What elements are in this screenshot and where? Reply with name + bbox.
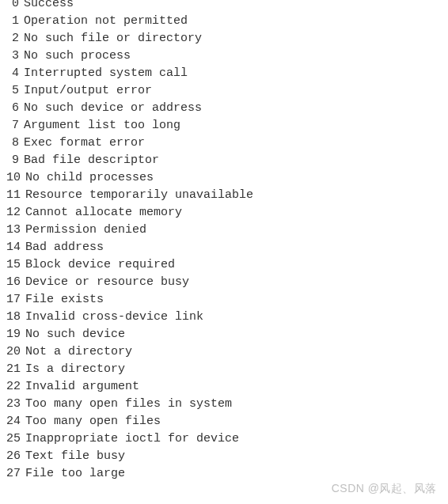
errno-text: Exec format error	[24, 135, 145, 152]
list-item: 20 Not a directory	[6, 343, 442, 361]
errno-text: Interrupted system call	[24, 65, 188, 82]
list-item: 13 Permission denied	[6, 222, 442, 239]
errno-number: 5	[6, 82, 24, 100]
errno-number: 14	[6, 239, 25, 256]
errno-text: Inappropriate ioctl for device	[25, 430, 239, 448]
list-item: 18 Invalid cross-device link	[6, 309, 442, 326]
list-item: 17 File exists	[6, 291, 442, 309]
errno-number: 11	[6, 187, 25, 204]
errno-number: 27	[6, 465, 25, 483]
errno-text: Cannot allocate memory	[25, 204, 182, 222]
errno-number: 17	[6, 291, 25, 309]
errno-number: 15	[6, 256, 25, 274]
errno-text: Operation not permitted	[24, 13, 188, 30]
errno-text: No such device or address	[24, 100, 202, 117]
errno-number: 1	[6, 13, 24, 30]
list-item: 22 Invalid argument	[6, 378, 442, 396]
errno-text: No such process	[24, 47, 131, 65]
errno-number: 16	[6, 274, 25, 291]
errno-text: No such device	[25, 326, 125, 343]
errno-number: 21	[6, 361, 25, 378]
errno-number: 3	[6, 47, 24, 65]
list-item: 26 Text file busy	[6, 448, 442, 465]
list-item: 2 No such file or directory	[6, 30, 442, 47]
errno-text: File exists	[25, 291, 104, 309]
errno-text: Input/output error	[24, 82, 152, 100]
errno-text: Block device required	[25, 256, 175, 274]
list-item: 5 Input/output error	[6, 82, 442, 100]
list-item: 0 Success	[6, 0, 442, 13]
errno-number: 7	[6, 117, 24, 135]
errno-text: Bad file descriptor	[24, 152, 159, 169]
errno-text: Too many open files in system	[25, 396, 232, 413]
list-item: 25 Inappropriate ioctl for device	[6, 430, 442, 448]
list-item: 19 No such device	[6, 326, 442, 343]
errno-text: Argument list too long	[24, 117, 180, 135]
errno-number: 25	[6, 430, 25, 448]
list-item: 8 Exec format error	[6, 135, 442, 152]
errno-number: 20	[6, 343, 25, 361]
errno-number: 18	[6, 309, 25, 326]
errno-text: No such file or directory	[24, 30, 202, 47]
errno-text: Bad address	[25, 239, 104, 256]
list-item: 11 Resource temporarily unavailable	[6, 187, 442, 204]
errno-number: 8	[6, 135, 24, 152]
list-item: 16 Device or resource busy	[6, 274, 442, 291]
list-item: 23 Too many open files in system	[6, 396, 442, 413]
errno-text: Text file busy	[25, 448, 125, 465]
errno-number: 12	[6, 204, 25, 222]
list-item: 4 Interrupted system call	[6, 65, 442, 82]
errno-number: 4	[6, 65, 24, 82]
watermark-text: CSDN @风起、风落	[332, 482, 437, 496]
errno-number: 19	[6, 326, 25, 343]
errno-text: Success	[24, 0, 74, 13]
errno-number: 22	[6, 378, 25, 396]
errno-number: 23	[6, 396, 25, 413]
list-item: 10 No child processes	[6, 169, 442, 187]
errno-text: Permission denied	[25, 222, 146, 239]
list-item: 14 Bad address	[6, 239, 442, 256]
errno-number: 9	[6, 152, 24, 169]
errno-text: Is a directory	[25, 361, 125, 378]
list-item: 24 Too many open files	[6, 413, 442, 430]
errno-text: Invalid argument	[25, 378, 139, 396]
list-item: 1 Operation not permitted	[6, 13, 442, 30]
errno-number: 26	[6, 448, 25, 465]
list-item: 3 No such process	[6, 47, 442, 65]
list-item: 6 No such device or address	[6, 100, 442, 117]
errno-text: File too large	[25, 465, 125, 483]
list-item: 15 Block device required	[6, 256, 442, 274]
list-item: 9 Bad file descriptor	[6, 152, 442, 169]
list-item: 21 Is a directory	[6, 361, 442, 378]
errno-number: 13	[6, 222, 25, 239]
errno-number: 0	[6, 0, 24, 13]
errno-text: Not a directory	[25, 343, 132, 361]
errno-text: Resource temporarily unavailable	[25, 187, 253, 204]
list-item: 7 Argument list too long	[6, 117, 442, 135]
list-item: 27 File too large	[6, 465, 442, 483]
errno-text: No child processes	[25, 169, 154, 187]
errno-text: Device or resource busy	[25, 274, 189, 291]
list-item: 12 Cannot allocate memory	[6, 204, 442, 222]
errno-number: 6	[6, 100, 24, 117]
errno-number: 24	[6, 413, 25, 430]
errno-text: Invalid cross-device link	[25, 309, 203, 326]
errno-text: Too many open files	[25, 413, 161, 430]
errno-number: 2	[6, 30, 24, 47]
errno-number: 10	[6, 169, 25, 187]
errno-list: 0 Success 1 Operation not permitted 2 No…	[6, 0, 442, 483]
